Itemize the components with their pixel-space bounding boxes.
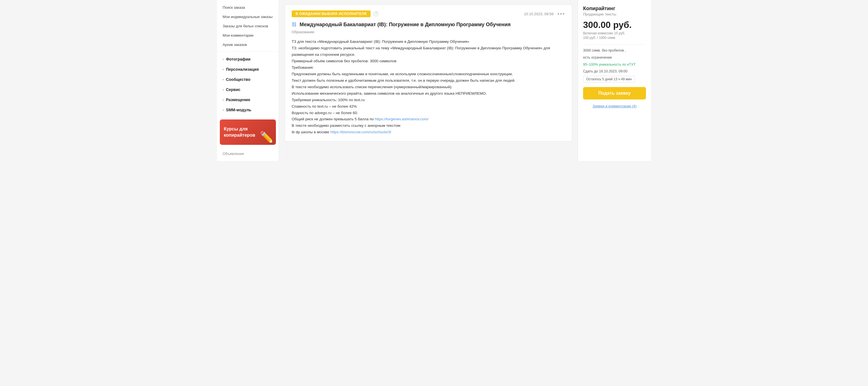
sidebar-section-photos[interactable]: › Фотографии [217,54,279,64]
right-panel: Копирайтинг Продающие тексты 300.00 руб.… [578,0,651,161]
order-title-row: ⛓ Международный Бакалавриат (IB): Погруж… [292,21,565,28]
order-body-p1: ТЗ: необходимо подготовить уникальный те… [292,45,565,58]
order-body-p12: В тексте необходимо разместить ссылку с … [292,123,565,129]
sidebar-section-service[interactable]: › Сервис [217,85,279,95]
sidebar-section-personalization-label: Персонализация [226,67,259,71]
rp-commission: Включая комиссию 15 руб. [583,31,646,35]
main-content: В ОЖИДАНИИ ВЫБОРА ИСПОЛНИТЕЛЯ ? 10.10.20… [279,0,578,161]
sidebar-section-placement[interactable]: › Размещение [217,95,279,105]
order-category: Образование [292,30,565,34]
order-body-p5: Текст должен быть полезным и удобочитаем… [292,77,565,84]
order-body-p13: ib dp школы в москве https://bismoscow.c… [292,129,565,135]
order-body-p4: Предложения должны быть недлинными и пон… [292,71,565,77]
chevron-icon-personalization: › [223,68,224,71]
order-body-p8: Требуемая уникальность: 100% по text.ru [292,97,565,103]
rp-restriction: есть ограничение [583,55,646,60]
rp-deadline: Сдать до 16.10.2023, 09:00 [583,69,646,74]
status-badge: В ОЖИДАНИИ ВЫБОРА ИСПОЛНИТЕЛЯ [292,10,371,17]
rp-uniqueness: 95–100% уникальность по eTXT [583,62,646,67]
order-body-p2: Примерный объём символов без пробелов: 3… [292,58,565,65]
sidebar-section-personalization[interactable]: › Персонализация [217,64,279,74]
chevron-icon-community: › [223,78,224,81]
chevron-icon-service: › [223,88,224,91]
sidebar-item-whitelist[interactable]: Заказы для белых списков [217,22,279,31]
sidebar-item-my-individual[interactable]: Мои индивидуальные заказы [217,12,279,22]
chevron-icon-placement: › [223,98,224,101]
sidebar-section-community-label: Сообщество [226,77,251,82]
status-right: 10.10.2023, 09:58 ••• [524,11,565,17]
order-body-p11: Общий риск не должен превышать 5 балла п… [292,116,565,123]
rp-chars: 3000 симв. без пробелов , [583,48,646,53]
bismoscow-link[interactable]: https://bismoscow.com/ru/schools/3/ [330,130,391,134]
apply-button[interactable]: Подать заявку [583,87,646,99]
order-datetime: 10.10.2023, 09:58 [524,12,554,16]
order-body-p7: Использование механического рерайта, зам… [292,91,565,97]
order-body-p10: Водность по advego.ru – не более 60. [292,110,565,116]
sidebar-section-smm[interactable]: › SMM-модуль [217,105,279,115]
sidebar-ads-label: Объявления [217,149,279,158]
rp-type: Копирайтинг [583,6,646,11]
link-icon: ⛓ [292,22,297,28]
sidebar-banner-figure: ✏️ [259,129,274,145]
rp-divider-1 [583,44,646,44]
order-body-p3: Требования: [292,65,565,71]
sidebar-section-service-label: Сервис [226,87,240,92]
sidebar-nav: Поиск заказа Мои индивидуальные заказы З… [217,3,279,49]
rp-per-unit: 100 руб. / 1000 симв. [583,36,646,40]
order-status-row: В ОЖИДАНИИ ВЫБОРА ИСПОЛНИТЕЛЯ ? 10.10.20… [292,10,565,17]
order-card: В ОЖИДАНИИ ВЫБОРА ИСПОЛНИТЕЛЯ ? 10.10.20… [285,4,572,141]
sidebar-divider-1 [217,52,279,52]
order-body: ТЗ для текста «Международный Бакалавриат… [292,39,565,135]
sidebar-section-placement-label: Размещение [226,97,250,102]
sidebar-section-photos-label: Фотографии [226,57,251,61]
more-options-icon[interactable]: ••• [557,11,565,17]
chevron-icon-photos: › [223,58,224,61]
order-body-p6: В тексте необходимо использовать списки … [292,84,565,91]
sidebar-banner-text: Курсы для копирайтеров [224,127,255,137]
sidebar-item-search-order[interactable]: Поиск заказа [217,3,279,12]
order-body-p0: ТЗ для текста «Международный Бакалавриат… [292,39,565,45]
rp-time-left: Осталось 5 дней 13 ч 49 мин [583,76,635,83]
sidebar-banner[interactable]: Курсы для копирайтеров ✏️ [220,120,276,145]
help-icon[interactable]: ? [373,11,378,17]
sidebar: Поиск заказа Мои индивидуальные заказы З… [217,0,279,161]
rp-price: 300.00 руб. [583,20,646,30]
sidebar-section-smm-label: SMM-модуль [226,108,251,112]
turgenev-link[interactable]: https://turgenev.ashmanov.com/ [375,117,428,121]
sidebar-section-community[interactable]: › Сообщество [217,74,279,85]
sidebar-item-my-comments[interactable]: Мои комментарии [217,31,279,40]
comments-link[interactable]: Заявки и комментарии (4) [583,104,646,108]
chevron-icon-smm: › [223,108,224,111]
sidebar-item-archive[interactable]: Архив заказов [217,40,279,49]
rp-subtype: Продающие тексты [583,12,646,17]
order-title: Международный Бакалавриат (IB): Погружен… [300,21,510,28]
order-body-p9: Спамность по text.ru – не более 42% [292,103,565,110]
